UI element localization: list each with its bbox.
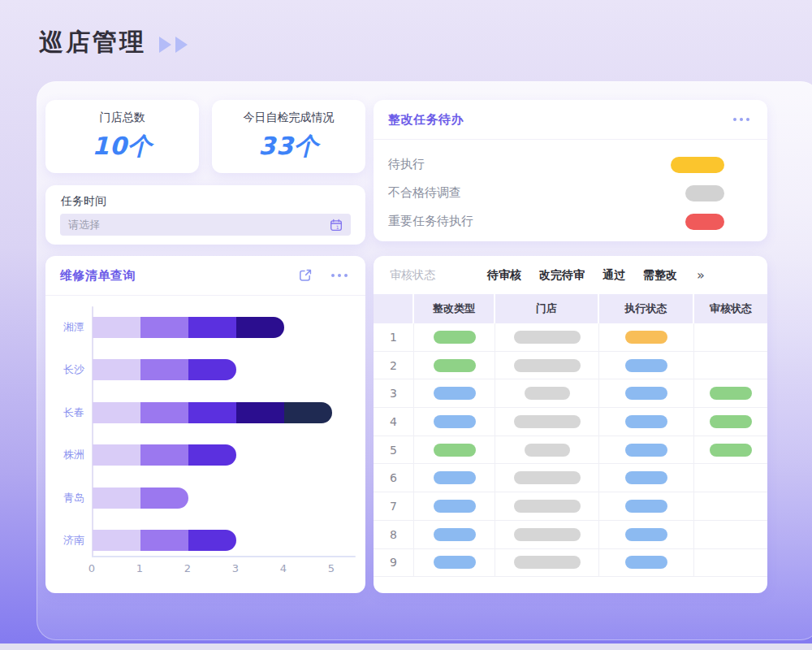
stat-card-total-stores: 门店总数 10个 bbox=[45, 100, 199, 173]
bar-category-label: 青岛 bbox=[47, 488, 84, 509]
table-cell bbox=[414, 521, 495, 548]
status-pill bbox=[525, 387, 570, 400]
column-header: 整改类型 bbox=[414, 294, 495, 323]
column-header: 执行状态 bbox=[599, 294, 694, 323]
status-pill bbox=[434, 556, 476, 569]
table-cell: 6 bbox=[374, 464, 414, 492]
row-index: 3 bbox=[390, 387, 397, 400]
table-cell bbox=[599, 521, 694, 548]
page-header: 巡店管理 bbox=[39, 26, 188, 59]
bar-row bbox=[93, 488, 188, 509]
status-pill bbox=[434, 359, 476, 372]
filter-option[interactable]: 改完待审 bbox=[539, 268, 585, 283]
x-tick-label: 4 bbox=[274, 562, 293, 574]
table-cell bbox=[414, 436, 495, 464]
filter-option[interactable]: 通过 bbox=[603, 268, 625, 283]
bar-category-label: 长沙 bbox=[47, 359, 84, 380]
filter-option[interactable]: 待审核 bbox=[487, 268, 521, 283]
chart-x-axis bbox=[92, 556, 356, 557]
table-row[interactable]: 1 bbox=[374, 323, 767, 352]
bar-segment bbox=[140, 530, 188, 551]
column-header: 门店 bbox=[495, 294, 599, 323]
row-index: 1 bbox=[390, 331, 397, 344]
task-time-label: 任务时间 bbox=[61, 194, 106, 209]
status-pill bbox=[710, 444, 752, 457]
chart-y-axis bbox=[92, 306, 93, 557]
row-index: 5 bbox=[390, 444, 397, 457]
table-cell bbox=[414, 352, 495, 379]
stat-value: 33个 bbox=[258, 130, 319, 163]
table-row[interactable]: 4 bbox=[374, 408, 767, 436]
status-pill bbox=[710, 415, 752, 428]
table-cell bbox=[694, 492, 767, 520]
table-cell bbox=[414, 323, 495, 351]
table-cell bbox=[599, 464, 694, 492]
status-pill bbox=[625, 471, 667, 484]
bar-category-label: 济南 bbox=[47, 530, 84, 551]
todo-panel-header: 整改任务待办 bbox=[374, 100, 767, 140]
table-cell bbox=[694, 521, 767, 548]
review-table-panel: 审核状态 待审核改完待审通过需整改 » 整改类型门店执行状态审核状态 12345… bbox=[374, 256, 767, 593]
task-time-card: 任务时间 请选择 1 bbox=[45, 185, 365, 245]
bar-segment bbox=[188, 317, 236, 338]
table-row[interactable]: 6 bbox=[374, 464, 767, 492]
status-pill bbox=[434, 331, 476, 344]
calendar-icon[interactable]: 1 bbox=[330, 219, 343, 232]
row-index: 6 bbox=[390, 471, 397, 484]
table-cell bbox=[495, 549, 599, 577]
page-title: 巡店管理 bbox=[39, 26, 146, 59]
status-pill bbox=[625, 331, 667, 344]
status-pill bbox=[625, 500, 667, 513]
table-cell: 4 bbox=[374, 408, 414, 436]
table-row[interactable]: 5 bbox=[374, 436, 767, 465]
x-tick-label: 2 bbox=[178, 562, 197, 574]
bar-row bbox=[93, 317, 284, 338]
task-time-input[interactable]: 请选择 1 bbox=[60, 214, 351, 236]
table-cell: 7 bbox=[374, 492, 414, 520]
bar-row bbox=[93, 359, 236, 380]
table-body: 123456789 bbox=[374, 323, 767, 577]
bottom-edge-strip bbox=[0, 644, 812, 650]
bar-segment bbox=[140, 359, 188, 380]
play-triangle-icon bbox=[159, 37, 171, 53]
table-cell bbox=[599, 436, 694, 464]
table-cell bbox=[495, 379, 599, 407]
table-row[interactable]: 3 bbox=[374, 379, 767, 408]
status-pill bbox=[685, 185, 724, 202]
table-cell bbox=[414, 464, 495, 492]
table-cell bbox=[599, 323, 694, 351]
table-row[interactable]: 8 bbox=[374, 521, 767, 549]
status-pill bbox=[625, 444, 667, 457]
table-cell bbox=[414, 492, 495, 520]
todo-panel: 整改任务待办 待执行 不合格待调查 重要任务待执行 bbox=[374, 100, 767, 241]
status-pill bbox=[710, 387, 752, 400]
x-tick-label: 0 bbox=[82, 562, 102, 574]
bar-segment bbox=[140, 488, 188, 509]
table-cell bbox=[599, 408, 694, 436]
table-cell bbox=[599, 352, 694, 379]
table-cell bbox=[495, 408, 599, 436]
status-pill bbox=[514, 415, 581, 428]
more-menu-button[interactable] bbox=[732, 115, 751, 124]
table-row[interactable]: 7 bbox=[374, 492, 767, 521]
table-row[interactable]: 2 bbox=[374, 352, 767, 380]
bar-segment bbox=[93, 488, 140, 509]
table-row[interactable]: 9 bbox=[374, 549, 767, 578]
bar-segment bbox=[93, 402, 140, 423]
status-pill bbox=[671, 157, 724, 173]
table-cell bbox=[694, 379, 767, 407]
row-index: 7 bbox=[390, 500, 397, 513]
more-filters-chevron[interactable]: » bbox=[697, 267, 705, 283]
filter-option[interactable]: 需整改 bbox=[643, 268, 677, 283]
bar-segment bbox=[93, 359, 140, 380]
table-cell bbox=[495, 521, 599, 548]
status-pill bbox=[685, 214, 724, 230]
bar-segment bbox=[188, 530, 236, 551]
repair-chart: 湘潭长沙长春株洲青岛济南012345 bbox=[45, 256, 365, 593]
todo-list: 待执行 不合格待调查 重要任务待执行 bbox=[374, 140, 767, 236]
stat-value: 10个 bbox=[92, 130, 153, 163]
todo-panel-title: 整改任务待办 bbox=[388, 112, 732, 128]
status-pill bbox=[625, 387, 667, 400]
fast-forward-icon bbox=[159, 37, 188, 53]
stat-card-self-check: 今日自检完成情况 33个 bbox=[212, 100, 365, 173]
